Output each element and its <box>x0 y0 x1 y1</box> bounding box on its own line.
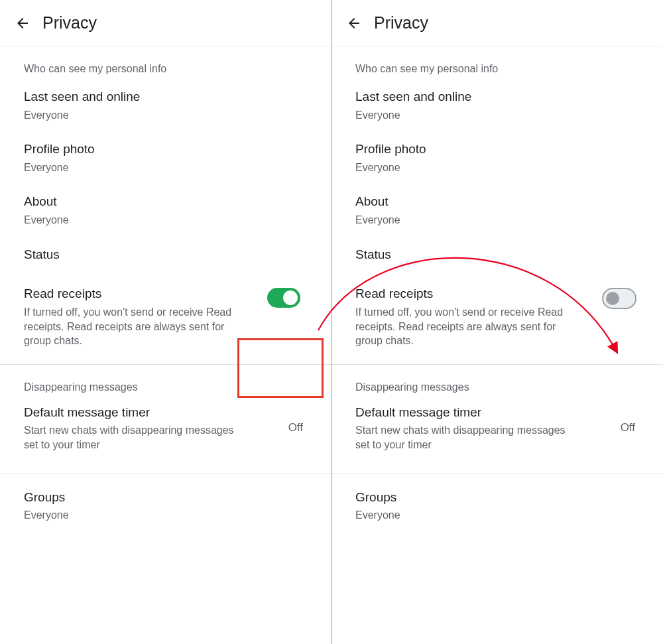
row-title: About <box>355 193 639 210</box>
header: Privacy <box>332 0 663 46</box>
privacy-screen-left: Privacy Who can see my personal info Las… <box>0 0 332 644</box>
arrow-left-icon <box>15 15 30 31</box>
section-personal-info-label: Who can see my personal info <box>332 46 663 79</box>
page-title: Privacy <box>374 13 428 32</box>
row-value: Everyone <box>355 108 581 123</box>
section-disappearing-label: Disappearing messages <box>332 365 663 397</box>
section-disappearing-label: Disappearing messages <box>0 365 331 397</box>
row-value: Everyone <box>355 213 581 227</box>
header: Privacy <box>0 0 331 46</box>
row-title: Last seen and online <box>24 88 307 105</box>
row-title: Last seen and online <box>355 88 639 105</box>
row-title: Profile photo <box>355 141 639 158</box>
row-status[interactable]: Status <box>0 237 331 273</box>
row-value: Everyone <box>24 213 249 227</box>
row-read-receipts[interactable]: Read receipts If turned off, you won't s… <box>0 272 331 357</box>
toggle-knob-icon <box>283 290 298 305</box>
row-groups[interactable]: Groups Everyone <box>332 474 663 532</box>
row-value: Off <box>288 421 307 434</box>
row-title: About <box>24 193 307 210</box>
row-default-timer[interactable]: Default message timer Start new chats wi… <box>332 397 663 462</box>
row-value: Everyone <box>24 161 249 175</box>
row-profile-photo[interactable]: Profile photo Everyone <box>0 131 331 184</box>
row-title: Read receipts <box>355 285 581 302</box>
row-desc: Start new chats with disappearing messag… <box>355 423 581 452</box>
row-profile-photo[interactable]: Profile photo Everyone <box>332 131 663 184</box>
row-desc: Start new chats with disappearing messag… <box>24 423 249 452</box>
row-desc: If turned off, you won't send or receive… <box>24 305 249 348</box>
arrow-left-icon <box>346 15 362 31</box>
row-status[interactable]: Status <box>332 237 663 273</box>
row-last-seen[interactable]: Last seen and online Everyone <box>0 79 331 131</box>
row-desc: If turned off, you won't send or receive… <box>355 305 581 348</box>
toggle-knob-icon <box>606 292 619 305</box>
row-read-receipts[interactable]: Read receipts If turned off, you won't s… <box>332 272 663 357</box>
row-value: Everyone <box>355 161 581 175</box>
row-groups[interactable]: Groups Everyone <box>0 474 331 532</box>
back-button[interactable] <box>8 9 37 38</box>
row-title: Default message timer <box>24 404 249 421</box>
row-title: Groups <box>24 489 307 506</box>
row-value: Everyone <box>24 108 249 123</box>
section-personal-info-label: Who can see my personal info <box>0 46 331 79</box>
row-value: Everyone <box>24 508 249 523</box>
back-button[interactable] <box>339 9 369 38</box>
row-title: Groups <box>355 489 639 506</box>
row-last-seen[interactable]: Last seen and online Everyone <box>332 79 663 131</box>
row-about[interactable]: About Everyone <box>0 184 331 236</box>
row-default-timer[interactable]: Default message timer Start new chats wi… <box>0 397 331 462</box>
row-title: Status <box>24 246 307 263</box>
row-value: Everyone <box>355 508 581 523</box>
row-about[interactable]: About Everyone <box>332 184 663 236</box>
read-receipts-toggle[interactable] <box>602 288 636 309</box>
row-value: Off <box>621 421 639 434</box>
page-title: Privacy <box>42 13 97 32</box>
row-title: Status <box>355 246 639 263</box>
privacy-screen-right: Privacy Who can see my personal info Las… <box>332 0 663 644</box>
row-title: Default message timer <box>355 404 581 421</box>
row-title: Read receipts <box>24 285 249 302</box>
row-title: Profile photo <box>24 141 307 158</box>
read-receipts-toggle[interactable] <box>267 288 300 308</box>
